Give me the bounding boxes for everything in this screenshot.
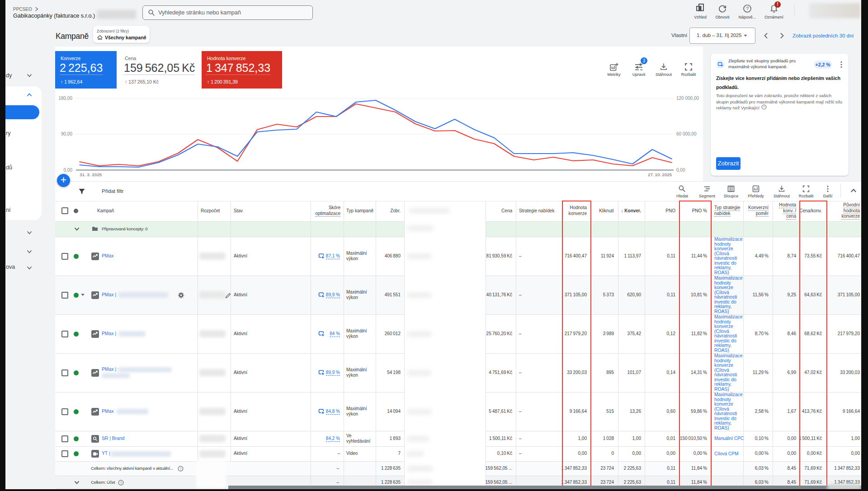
- svg-text:?: ?: [120, 481, 122, 485]
- svg-text:?: ?: [746, 6, 749, 11]
- svg-text:?: ?: [763, 105, 765, 108]
- svg-text:?: ?: [179, 467, 181, 471]
